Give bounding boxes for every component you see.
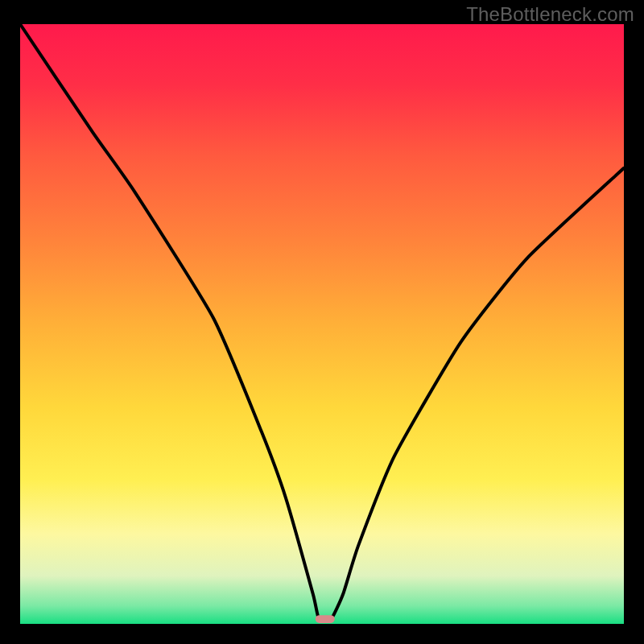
- chart-svg: [20, 24, 624, 624]
- bottleneck-plot: [20, 24, 624, 624]
- optimum-marker: [316, 615, 335, 623]
- chart-frame: TheBottleneck.com: [0, 0, 644, 644]
- watermark-text: TheBottleneck.com: [466, 3, 634, 26]
- gradient-background: [20, 24, 624, 624]
